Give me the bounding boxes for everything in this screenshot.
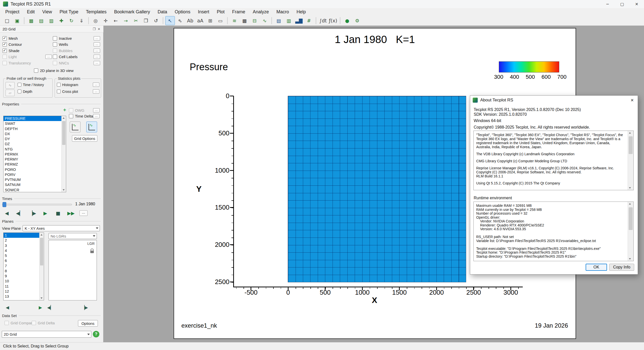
- lock-icon[interactable]: [89, 247, 95, 254]
- xy-history-plot-button[interactable]: [86, 122, 97, 132]
- text-tool-button[interactable]: Ab: [185, 16, 195, 25]
- time-step-forward-button[interactable]: ▕▶: [28, 209, 37, 217]
- scrollbar[interactable]: [628, 131, 633, 190]
- lgr-list[interactable]: LGR: [49, 240, 97, 300]
- more-options-button[interactable]: [93, 114, 100, 118]
- adjust-tool-button[interactable]: ⇖: [175, 16, 185, 25]
- menu-item[interactable]: Options: [171, 8, 194, 16]
- copy-plot-button[interactable]: ❐: [141, 16, 151, 25]
- more-options-button[interactable]: [93, 89, 99, 94]
- xy-plot-button[interactable]: [70, 122, 80, 132]
- display-toggle[interactable]: Shade: [3, 48, 52, 54]
- scroll-thumb[interactable]: [629, 207, 633, 230]
- minimize-button[interactable]: ─: [600, 0, 615, 8]
- menu-item[interactable]: Analyze: [249, 8, 273, 16]
- k-plane-item[interactable]: 6: [4, 258, 39, 263]
- export-animation-button[interactable]: ▶▶: [67, 209, 75, 217]
- contour-levels-button[interactable]: ≋: [230, 16, 239, 25]
- scroll-down-icon[interactable]: [628, 185, 633, 190]
- copy-info-button[interactable]: Copy Info: [609, 264, 634, 271]
- k-plane-item[interactable]: 5: [4, 253, 39, 258]
- k-step-back-button[interactable]: ◀▏: [46, 304, 55, 311]
- scroll-down-icon[interactable]: [39, 296, 44, 300]
- k-plane-item[interactable]: 14: [4, 299, 39, 300]
- menu-item[interactable]: Edit: [23, 8, 38, 16]
- time-play-button[interactable]: ▶: [41, 209, 50, 217]
- close-button[interactable]: ✕: [629, 0, 644, 8]
- load-data-button[interactable]: ▦: [26, 16, 36, 25]
- curve-tool-button[interactable]: ∿: [260, 16, 269, 25]
- menu-item[interactable]: Plot: [213, 8, 228, 16]
- close-panel-icon[interactable]: ✕: [98, 27, 100, 31]
- k-plane-item[interactable]: 12: [4, 289, 39, 294]
- append-data-button[interactable]: ✚: [57, 16, 66, 25]
- select-tool-button[interactable]: ↖: [165, 16, 175, 25]
- property-item[interactable]: DX: [4, 131, 62, 136]
- property-item[interactable]: PERMZ: [4, 162, 62, 167]
- toolbar-icon[interactable]: [271, 17, 272, 24]
- dialog-title-bar[interactable]: About Tecplot RS ✕: [470, 96, 638, 105]
- k-plane-item[interactable]: 3: [4, 243, 39, 248]
- chart-button[interactable]: ▃▇: [294, 16, 304, 25]
- next-view-button[interactable]: →: [121, 16, 131, 25]
- more-options-button[interactable]: [45, 55, 52, 59]
- prev-view-button[interactable]: ←: [111, 16, 120, 25]
- menu-item[interactable]: Data: [154, 8, 171, 16]
- more-options-button[interactable]: [94, 61, 100, 65]
- k-plane-item[interactable]: 9: [4, 274, 39, 279]
- add-property-button[interactable]: +: [62, 108, 67, 112]
- save-layout-button[interactable]: ⇓: [77, 16, 86, 25]
- dataset-toggle[interactable]: Grid Delta: [32, 320, 55, 326]
- menu-item[interactable]: Insert: [194, 8, 213, 16]
- undo-button[interactable]: ↺: [151, 16, 161, 25]
- menu-item[interactable]: Plot Type: [56, 8, 82, 16]
- table-export-button[interactable]: ▥: [284, 16, 294, 25]
- ok-button[interactable]: OK: [586, 264, 607, 271]
- view-plane-select[interactable]: K - XY Axes: [23, 225, 100, 231]
- scroll-up-icon[interactable]: [628, 202, 633, 206]
- pan-tool-button[interactable]: ✛: [101, 16, 110, 25]
- text-scale-button[interactable]: aA: [195, 16, 205, 25]
- maximize-button[interactable]: ▢: [615, 0, 629, 8]
- scroll-up-icon[interactable]: [39, 233, 44, 237]
- scrollbar[interactable]: [628, 202, 633, 261]
- scrollbar[interactable]: [61, 116, 66, 192]
- scrollbar[interactable]: [39, 233, 44, 300]
- grid-options-button[interactable]: Grid Options: [72, 135, 97, 142]
- snip-tool-button[interactable]: ✂: [131, 16, 141, 25]
- toolbar-icon[interactable]: [340, 17, 340, 24]
- time-reverse-play-button[interactable]: ◀: [3, 209, 11, 217]
- property-item[interactable]: DEPTH: [4, 126, 62, 131]
- scroll-thumb[interactable]: [62, 121, 65, 145]
- display-toggle[interactable]: NNCs: [53, 60, 100, 66]
- open-layout-button[interactable]: ▣: [12, 16, 22, 25]
- toolbar-icon[interactable]: [24, 17, 24, 24]
- reload-data-button[interactable]: ↻: [67, 16, 76, 25]
- property-item[interactable]: NTG: [4, 147, 62, 152]
- display-toggle[interactable]: Light: [3, 54, 52, 60]
- dataset-toggle[interactable]: Grid Compare: [5, 320, 34, 326]
- function-button[interactable]: ƒ(x): [328, 16, 338, 25]
- display-toggle[interactable]: Inactive: [53, 35, 100, 42]
- time-delta-toggle[interactable]: Time Delta: [69, 113, 100, 119]
- probe-tool-icon[interactable]: [6, 82, 15, 89]
- menu-item[interactable]: Help: [293, 8, 310, 16]
- scroll-down-icon[interactable]: [628, 256, 633, 261]
- k-first-button[interactable]: ◀: [3, 304, 12, 311]
- plot-mode-select[interactable]: 2D Grid: [2, 331, 91, 338]
- toolbar-icon[interactable]: [163, 17, 163, 24]
- stats-toggle[interactable]: Cross plot: [57, 88, 99, 95]
- help-button[interactable]: ?: [93, 331, 99, 337]
- more-options-button[interactable]: [94, 36, 100, 41]
- plane-in-3d-toggle[interactable]: 2D plane in 3D view: [34, 67, 89, 74]
- grid-edit-button[interactable]: ⊟: [250, 16, 259, 25]
- tools-button[interactable]: ⚙: [352, 16, 362, 25]
- scroll-down-icon[interactable]: [62, 188, 66, 192]
- property-item[interactable]: SWAT: [4, 121, 62, 126]
- display-toggle[interactable]: Translucency: [3, 60, 52, 66]
- more-options-button[interactable]: [94, 55, 100, 59]
- property-item[interactable]: PVTNUM: [4, 177, 62, 182]
- menu-item[interactable]: Macro: [273, 8, 293, 16]
- pressure-field[interactable]: [288, 96, 466, 282]
- display-toggle[interactable]: Contour: [3, 42, 52, 48]
